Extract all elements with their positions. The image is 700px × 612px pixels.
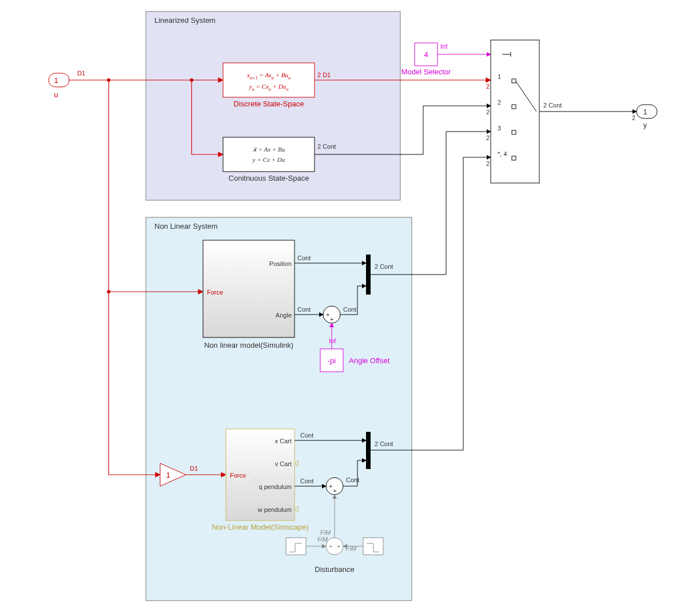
nls-out2: Angle	[276, 312, 292, 319]
block-step1[interactable]	[286, 538, 306, 555]
svg-text:+: +	[326, 311, 329, 318]
inport-name: u	[54, 90, 58, 99]
svg-rect-3	[491, 40, 539, 183]
sw-p3-dim: 2	[486, 134, 490, 141]
outport-num: 1	[643, 108, 647, 116]
mux2-out: 2 Cont	[375, 440, 393, 447]
block-mux1[interactable]	[366, 255, 371, 295]
gain-sig: D1	[190, 465, 198, 472]
block-sum1[interactable]: + +	[323, 306, 340, 323]
block-angle-offset[interactable]: -pi	[320, 349, 343, 372]
ao-value: -pi	[328, 356, 336, 365]
nls-out1: Position	[269, 260, 292, 267]
sw-p4-label: *, 4	[498, 150, 507, 157]
outport-name: y	[643, 121, 647, 129]
nls-out2-rate: Cont	[297, 306, 311, 313]
area-linearized-title: Linearized System	[154, 16, 216, 25]
block-sum-disturb[interactable]: + +	[326, 538, 343, 555]
svg-text:+: +	[337, 543, 340, 550]
sw-out-sig: 2 Cont	[543, 102, 562, 109]
dss-name: Discrete State-Space	[234, 100, 304, 108]
dist-rate3: FiM	[346, 545, 356, 552]
sc-out3: q pendulum	[259, 483, 292, 490]
nls-out1-rate: Cont	[297, 255, 311, 261]
dist-rate1: FiM	[320, 529, 331, 536]
ao-rate: Inf	[329, 337, 336, 344]
sw-p1-label: 1	[498, 73, 501, 80]
sc-name: Non-Linear Model(Simscape)	[212, 523, 308, 531]
inport-u[interactable]: 1	[49, 73, 69, 87]
sw-p1-dim: 2	[486, 83, 490, 90]
dss-out-sig: 2 D1	[317, 71, 331, 78]
css-eq1: ẋ = Ax + Bu	[253, 146, 285, 153]
sc-out2: v Cart	[275, 460, 292, 467]
css-eq2: y = Cx + Du	[252, 156, 285, 163]
ms-value: 4	[424, 50, 428, 59]
sw-p2-label: 2	[498, 99, 501, 106]
css-name: Conitnuous State-Space	[229, 174, 309, 182]
svg-text:+: +	[329, 543, 332, 550]
disturb-name: Disturbance	[315, 565, 354, 574]
ao-name: Angle Offset	[349, 356, 390, 365]
block-step2[interactable]	[363, 538, 383, 555]
sw-p3-label: 3	[498, 125, 501, 132]
ms-rate: Inf	[440, 43, 448, 50]
sc-out4: w pendulum	[257, 506, 292, 513]
nls-in: Force	[207, 289, 223, 296]
outport-y[interactable]: 1	[637, 105, 657, 118]
block-sum2[interactable]: + +	[326, 478, 343, 495]
mux1-out: 2 Cont	[375, 263, 393, 270]
sc-out1: x Cart	[275, 438, 292, 444]
block-nl-simulink[interactable]: Force Position Angle	[203, 240, 295, 337]
block-multiport-switch[interactable]: 1 2 3 *, 4	[491, 40, 539, 183]
css-out-sig: 2 Cont	[317, 143, 336, 150]
block-discrete-ss[interactable]: xn+1 = Axn + Bun yn = Cxn + Dun	[223, 63, 315, 97]
sc-out3-rate: Cont	[300, 478, 313, 484]
svg-text:+: +	[330, 316, 333, 323]
block-mux2[interactable]	[366, 432, 371, 469]
ms-name: Model Selector	[401, 67, 451, 76]
svg-text:+: +	[329, 483, 332, 490]
sw-p2-dim: 2	[486, 109, 490, 116]
svg-rect-0	[223, 63, 315, 97]
block-nl-simscape[interactable]: Force x Cart v Cart q pendulum w pendulu…	[226, 429, 298, 520]
sw-p4-dim: 2	[486, 160, 490, 167]
inport-sig: D1	[77, 70, 85, 77]
simulink-diagram: Linearized System Non Linear System 1 u …	[0, 0, 700, 612]
svg-rect-22	[286, 538, 306, 555]
dist-rate2: FiM	[317, 536, 328, 543]
inport-num: 1	[54, 76, 58, 85]
out-dim: 2	[632, 114, 635, 121]
svg-rect-1	[223, 137, 315, 172]
sc-in: Force	[230, 472, 246, 479]
sc-out1-rate: Cont	[300, 432, 313, 439]
nls-name: Non linear model(Simulink)	[204, 341, 293, 349]
gain-value: 1	[166, 471, 170, 479]
block-cont-ss[interactable]: ẋ = Ax + Bu y = Cx + Du	[223, 137, 315, 172]
block-model-selector[interactable]: 4	[415, 43, 438, 66]
svg-text:+: +	[333, 487, 336, 494]
branch-node-2	[190, 78, 193, 82]
area-nonlinear-title: Non Linear System	[154, 222, 218, 231]
sum1-out-rate: Cont	[343, 306, 356, 313]
